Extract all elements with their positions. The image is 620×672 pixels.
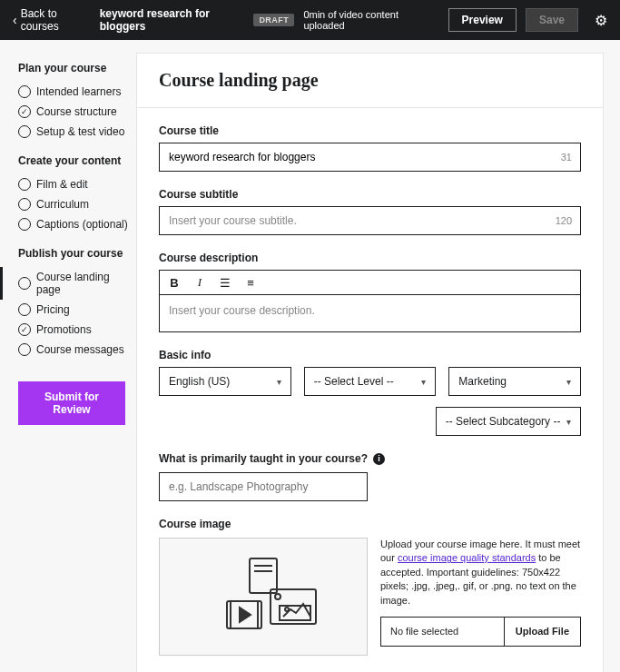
preview-button[interactable]: Preview (448, 8, 517, 32)
subcategory-select[interactable]: -- Select Subcategory --▾ (436, 407, 581, 436)
nav-course-landing-page[interactable]: Course landing page (18, 267, 136, 300)
main-panel: Course landing page Course title 31 Cour… (136, 53, 604, 672)
level-value: -- Select Level -- (314, 375, 394, 388)
nav-label: Captions (optional) (36, 218, 128, 231)
title-char-count: 31 (561, 152, 572, 163)
circle-icon (18, 218, 31, 231)
image-file-name: No file selected (381, 618, 504, 646)
circle-icon (18, 178, 31, 191)
save-button[interactable]: Save (526, 8, 578, 32)
italic-icon[interactable]: I (192, 275, 207, 290)
nav-curriculum[interactable]: Curriculum (18, 194, 136, 214)
info-icon[interactable]: i (373, 453, 385, 465)
nav-course-structure[interactable]: Course structure (18, 102, 136, 122)
course-image-preview (159, 538, 368, 656)
nav-label: Promotions (36, 323, 92, 336)
gear-icon[interactable]: ⚙ (595, 12, 607, 29)
nav-captions[interactable]: Captions (optional) (18, 214, 136, 234)
back-to-courses-link[interactable]: ‹ Back to courses (13, 7, 91, 33)
language-value: English (US) (169, 375, 230, 388)
nav-label: Course landing page (36, 271, 136, 296)
svg-point-4 (275, 594, 280, 599)
nav-label: Film & edit (36, 178, 88, 191)
bullet-list-icon[interactable]: ☰ (218, 276, 232, 290)
nav-section-plan: Plan your course (18, 62, 136, 74)
taught-label: What is primarily taught in your course? (159, 452, 368, 465)
number-list-icon[interactable]: ≡ (243, 276, 258, 290)
nav-label: Course messages (36, 343, 124, 356)
upload-status: 0min of video content uploaded (303, 9, 429, 31)
chevron-down-icon: ▾ (566, 377, 571, 387)
circle-icon (18, 125, 31, 138)
upload-image-button[interactable]: Upload File (504, 618, 580, 646)
placeholder-media-icon (200, 551, 327, 642)
nav-film-edit[interactable]: Film & edit (18, 174, 136, 194)
course-description-input[interactable]: Insert your course description. (159, 294, 581, 332)
page-title: Course landing page (137, 54, 603, 108)
svg-rect-0 (250, 558, 277, 593)
course-subtitle-input[interactable] (159, 206, 581, 235)
svg-point-6 (285, 608, 289, 611)
draft-badge: DRAFT (253, 14, 294, 26)
chevron-down-icon: ▾ (566, 417, 571, 427)
svg-marker-10 (240, 608, 251, 622)
course-image-label: Course image (159, 518, 581, 530)
chevron-down-icon: ▾ (421, 377, 426, 387)
nav-label: Curriculum (36, 198, 89, 211)
subtitle-char-count: 120 (556, 215, 572, 226)
course-title-header: keyword research for bloggers (100, 7, 245, 33)
nav-course-messages[interactable]: Course messages (18, 340, 136, 360)
topbar: ‹ Back to courses keyword research for b… (0, 0, 620, 40)
nav-section-create: Create your content (18, 154, 136, 167)
category-value: Marketing (458, 375, 507, 388)
circle-icon (18, 277, 31, 290)
sidebar: Plan your course Intended learners Cours… (0, 53, 136, 672)
language-select[interactable]: English (US)▾ (159, 367, 291, 396)
rte-toolbar: B I ☰ ≡ (159, 270, 581, 294)
level-select[interactable]: -- Select Level --▾ (304, 367, 437, 396)
circle-icon (18, 198, 31, 211)
circle-icon (18, 85, 31, 98)
primarily-taught-input[interactable] (159, 472, 368, 501)
course-title-label: Course title (159, 124, 581, 137)
back-label: Back to courses (21, 7, 91, 33)
category-select[interactable]: Marketing▾ (448, 367, 581, 396)
basic-info-label: Basic info (159, 349, 581, 361)
subcategory-value: -- Select Subcategory -- (446, 415, 561, 428)
nav-pricing[interactable]: Pricing (18, 300, 136, 320)
check-circle-icon (18, 105, 31, 118)
nav-label: Course structure (36, 105, 117, 118)
circle-icon (18, 303, 31, 316)
nav-intended-learners[interactable]: Intended learners (18, 82, 136, 102)
nav-label: Setup & test video (36, 125, 124, 138)
nav-label: Pricing (36, 303, 70, 316)
chevron-left-icon: ‹ (13, 13, 17, 27)
course-title-input[interactable] (159, 143, 581, 172)
bold-icon[interactable]: B (167, 276, 182, 290)
chevron-down-icon: ▾ (277, 377, 281, 387)
nav-label: Intended learners (36, 85, 121, 98)
image-standards-link[interactable]: course image quality standards (398, 552, 536, 563)
nav-setup-test-video[interactable]: Setup & test video (18, 122, 136, 142)
submit-for-review-button[interactable]: Submit for Review (18, 381, 125, 425)
course-subtitle-label: Course subtitle (159, 188, 581, 201)
nav-promotions[interactable]: Promotions (18, 320, 136, 340)
check-circle-icon (18, 323, 31, 336)
nav-section-publish: Publish your course (18, 247, 136, 260)
course-description-label: Course description (159, 252, 581, 264)
circle-icon (18, 343, 31, 356)
